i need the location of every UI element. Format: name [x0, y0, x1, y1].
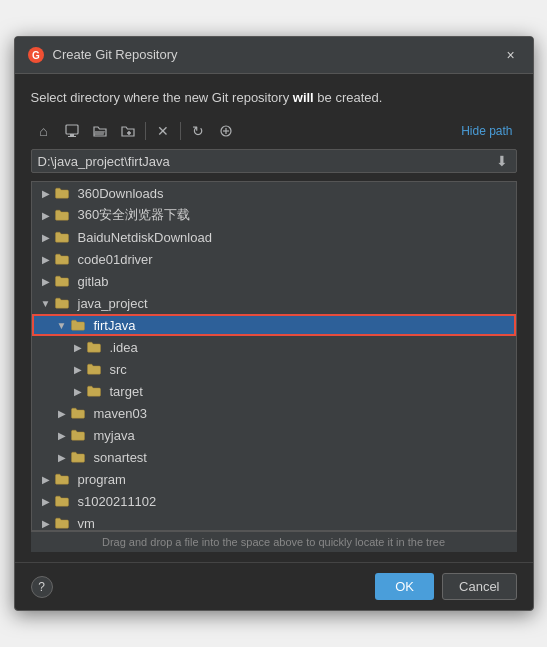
- tree-arrow-maven03: ▶: [54, 405, 70, 421]
- hide-path-button[interactable]: Hide path: [457, 122, 516, 140]
- open-folder-button[interactable]: [87, 119, 113, 143]
- folder-icon-src: [86, 361, 102, 377]
- title-bar: G Create Git Repository ×: [15, 37, 533, 74]
- tree-label-src: src: [110, 362, 127, 377]
- tree-item-myjava[interactable]: ▶ myjava: [32, 424, 516, 446]
- drag-drop-hint: Drag and drop a file into the space abov…: [31, 531, 517, 552]
- tree-item-firtjava[interactable]: ▼ firtJava: [32, 314, 516, 336]
- home-button[interactable]: ⌂: [31, 119, 57, 143]
- tree-arrow-vm: ▶: [38, 515, 54, 531]
- folder-icon-360browser: [54, 207, 70, 223]
- folder-icon-code01driver: [54, 251, 70, 267]
- tree-label-gitlab: gitlab: [78, 274, 109, 289]
- tree-arrow-360downloads: ▶: [38, 185, 54, 201]
- toolbar-separator-2: [180, 122, 181, 140]
- path-bar: ⬇: [31, 149, 517, 173]
- folder-icon-maven03: [70, 405, 86, 421]
- tree-item-src[interactable]: ▶ src: [32, 358, 516, 380]
- path-download-button[interactable]: ⬇: [494, 153, 510, 169]
- tree-item-vm[interactable]: ▶ vm: [32, 512, 516, 531]
- tree-item-s1020211102[interactable]: ▶ s1020211102: [32, 490, 516, 512]
- tree-arrow-360browser: ▶: [38, 207, 54, 223]
- folder-icon-program: [54, 471, 70, 487]
- title-bar-left: G Create Git Repository: [27, 46, 178, 64]
- tree-label-java_project: java_project: [78, 296, 148, 311]
- create-git-dialog: G Create Git Repository × Select directo…: [14, 36, 534, 612]
- tree-arrow-baidunetdisk: ▶: [38, 229, 54, 245]
- folder-icon-firtjava: [70, 317, 86, 333]
- svg-rect-4: [68, 136, 76, 137]
- tree-label-maven03: maven03: [94, 406, 147, 421]
- folder-icon-target: [86, 383, 102, 399]
- tree-item-360browser[interactable]: ▶ 360安全浏览器下载: [32, 204, 516, 226]
- file-tree[interactable]: ▶ 360Downloads▶ 360安全浏览器下载▶ BaiduNetdisk…: [31, 181, 517, 531]
- folder-icon-idea: [86, 339, 102, 355]
- toolbar-separator-1: [145, 122, 146, 140]
- tree-label-vm: vm: [78, 516, 95, 531]
- tree-label-firtjava: firtJava: [94, 318, 136, 333]
- description-text: Select directory where the new Git repos…: [31, 88, 517, 108]
- tree-label-360browser: 360安全浏览器下载: [78, 206, 191, 224]
- tree-item-java_project[interactable]: ▼ java_project: [32, 292, 516, 314]
- tree-item-idea[interactable]: ▶ .idea: [32, 336, 516, 358]
- ok-button[interactable]: OK: [375, 573, 434, 600]
- tree-arrow-code01driver: ▶: [38, 251, 54, 267]
- tree-item-maven03[interactable]: ▶ maven03: [32, 402, 516, 424]
- tree-item-code01driver[interactable]: ▶ code01driver: [32, 248, 516, 270]
- folder-icon-vm: [54, 515, 70, 531]
- tree-arrow-sonartest: ▶: [54, 449, 70, 465]
- tree-item-baidunetdisk[interactable]: ▶ BaiduNetdiskDownload: [32, 226, 516, 248]
- tree-label-360downloads: 360Downloads: [78, 186, 164, 201]
- svg-text:G: G: [32, 50, 40, 61]
- toolbar-buttons: ⌂ ✕ ↻: [31, 119, 239, 143]
- git-icon: G: [27, 46, 45, 64]
- tree-arrow-myjava: ▶: [54, 427, 70, 443]
- tree-arrow-firtjava: ▼: [54, 317, 70, 333]
- folder-icon-360downloads: [54, 185, 70, 201]
- folder-icon-gitlab: [54, 273, 70, 289]
- bookmark-button[interactable]: [213, 119, 239, 143]
- folder-icon-s1020211102: [54, 493, 70, 509]
- svg-rect-2: [66, 125, 78, 134]
- tree-label-s1020211102: s1020211102: [78, 494, 157, 509]
- tree-item-target[interactable]: ▶ target: [32, 380, 516, 402]
- dialog-footer: ? OK Cancel: [15, 562, 533, 610]
- tree-label-myjava: myjava: [94, 428, 135, 443]
- tree-arrow-gitlab: ▶: [38, 273, 54, 289]
- tree-arrow-java_project: ▼: [38, 295, 54, 311]
- path-input[interactable]: [38, 154, 494, 169]
- folder-icon-java_project: [54, 295, 70, 311]
- help-button[interactable]: ?: [31, 576, 53, 598]
- footer-buttons: OK Cancel: [375, 573, 516, 600]
- svg-rect-3: [70, 134, 74, 136]
- new-folder-button[interactable]: [115, 119, 141, 143]
- tree-item-program[interactable]: ▶ program: [32, 468, 516, 490]
- folder-icon-sonartest: [70, 449, 86, 465]
- refresh-button[interactable]: ↻: [185, 119, 211, 143]
- close-button[interactable]: ×: [501, 45, 521, 65]
- tree-label-idea: .idea: [110, 340, 138, 355]
- tree-arrow-s1020211102: ▶: [38, 493, 54, 509]
- tree-label-target: target: [110, 384, 143, 399]
- tree-arrow-idea: ▶: [70, 339, 86, 355]
- tree-label-sonartest: sonartest: [94, 450, 147, 465]
- tree-label-code01driver: code01driver: [78, 252, 153, 267]
- cancel-button[interactable]: Cancel: [442, 573, 516, 600]
- tree-item-gitlab[interactable]: ▶ gitlab: [32, 270, 516, 292]
- dialog-title: Create Git Repository: [53, 47, 178, 62]
- tree-arrow-program: ▶: [38, 471, 54, 487]
- folder-icon-baidunetdisk: [54, 229, 70, 245]
- folder-icon-myjava: [70, 427, 86, 443]
- toolbar: ⌂ ✕ ↻ Hide path: [31, 119, 517, 143]
- tree-label-baidunetdisk: BaiduNetdiskDownload: [78, 230, 212, 245]
- delete-button[interactable]: ✕: [150, 119, 176, 143]
- desktop-button[interactable]: [59, 119, 85, 143]
- tree-arrow-target: ▶: [70, 383, 86, 399]
- tree-item-360downloads[interactable]: ▶ 360Downloads: [32, 182, 516, 204]
- tree-item-sonartest[interactable]: ▶ sonartest: [32, 446, 516, 468]
- dialog-body: Select directory where the new Git repos…: [15, 74, 533, 563]
- tree-label-program: program: [78, 472, 126, 487]
- tree-arrow-src: ▶: [70, 361, 86, 377]
